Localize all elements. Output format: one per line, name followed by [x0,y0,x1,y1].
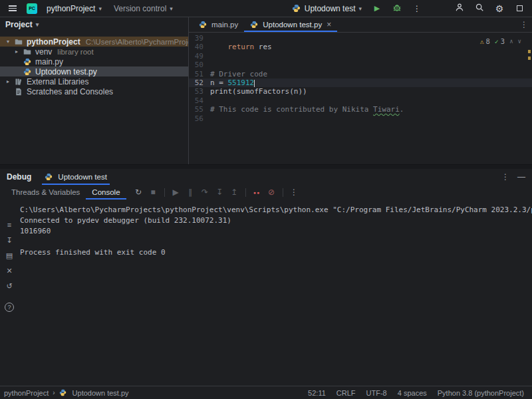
caret-position[interactable]: 52:11 [308,389,326,397]
debug-tool-window: Debug Uptodown test ⋮ — Threads & Variab… [0,169,532,386]
breadcrumb-file[interactable]: Uptodown test.py [72,389,129,397]
tree-item-venv[interactable]: ▸venvlibrary root [0,47,188,57]
tab-options-button[interactable]: ⋮ [520,20,528,29]
debug-button[interactable] [390,2,404,15]
line-separator[interactable]: CRLF [336,389,356,397]
tab-threads-variables[interactable]: Threads & Variables [5,185,86,200]
error-stripe-mark[interactable] [528,57,531,60]
project-tree: ▾pythonProjectC:\Users\Alberto\PycharmPr… [0,37,188,96]
tree-item-uptodown-test-py[interactable]: Uptodown test.py [0,66,188,76]
inspections-widget[interactable]: ⚠ 8 ✓ 3 ∧ ∨ [479,37,521,46]
maximize-icon [517,5,523,11]
print-icon[interactable]: ▤ [3,250,15,261]
code-line[interactable]: 54 [189,96,532,105]
tree-item-scratches-and-consoles[interactable]: Scratches and Consoles [0,86,188,96]
code-line[interactable]: 55# This code is contributed by Nikita T… [189,105,532,114]
chevron-down-icon: ▾ [36,21,39,28]
chevron-right-icon[interactable]: ▸ [4,78,12,84]
breadcrumb-project[interactable]: pythonProject [4,389,49,397]
code-line[interactable]: 49 [189,52,532,61]
step-out-icon[interactable]: ↥ [227,186,241,198]
project-panel-header[interactable]: Project ▾ [0,17,188,32]
settings-button[interactable]: ⚙ [492,2,507,15]
line-number: 52 [189,78,210,87]
mute-breakpoints-icon[interactable]: ⊘ [265,186,279,198]
code-text [210,114,532,123]
more-vertical-icon: ⋮ [501,172,509,182]
profile-button[interactable] [452,2,467,15]
code-token: n = [210,78,228,87]
chevron-right-icon[interactable]: ▸ [13,49,21,55]
code-token: # This code is contributed by Nikita [210,105,373,114]
code-line[interactable]: 53print(sumofFactors(n)) [189,87,532,96]
debug-title: Debug [7,172,31,182]
step-into-icon[interactable]: ↧ [213,186,227,198]
tree-item-pythonproject[interactable]: ▾pythonProjectC:\Users\Alberto\PycharmPr… [0,37,188,47]
pause-icon[interactable]: ∥ [184,186,198,198]
tree-item-hint: C:\Users\Alberto\PycharmProjects\pythonP… [86,38,188,46]
code-editor[interactable]: 3940 return res495051# Driver code52n = … [189,33,532,164]
tree-item-external-libraries[interactable]: ▸External Libraries [0,76,188,86]
run-config-selector[interactable]: Uptodown test ▾ [289,2,364,15]
console-line: 1016960 [20,226,532,237]
passed-count: 3 [501,37,505,46]
editor-tab-label: Uptodown test.py [263,21,322,29]
tree-item-label: External Libraries [27,77,88,86]
error-stripe-mark[interactable] [528,50,531,53]
console-toolbar: ≡↧▤✕↺? [0,200,19,386]
chevron-down-icon: ▾ [358,5,362,12]
vcs-selector[interactable]: Version control ▾ [111,2,176,15]
code-line[interactable]: 56 [189,114,532,123]
line-number: 39 [189,34,210,43]
close-icon[interactable]: × [327,20,331,29]
horizontal-splitter[interactable] [0,164,532,169]
search-button[interactable] [472,2,487,15]
project-selector[interactable]: pythonProject ▾ [44,2,104,15]
stop-icon[interactable]: ■ [146,186,160,198]
main-menu-button[interactable] [5,2,20,15]
more-icon[interactable]: ⋮ [287,186,301,198]
warnings-indicator: ⚠ 8 [479,37,489,46]
chevron-down-icon: ▾ [170,5,173,12]
help-icon[interactable]: ? [5,303,14,312]
scroll-to-end-icon[interactable]: ↧ [3,235,15,245]
debug-body: ≡↧▤✕↺? C:\Users\Alberto\PycharmProjects\… [0,200,532,386]
more-actions-button[interactable]: ⋮ [410,2,424,15]
prev-problem-button[interactable]: ∧ [509,37,513,46]
run-button[interactable]: ▶ [370,2,384,15]
line-number: 56 [189,114,210,123]
next-problem-button[interactable]: ∨ [518,37,521,46]
tree-item-label: venv [35,47,52,57]
file-encoding[interactable]: UTF-8 [366,389,387,397]
rerun-icon[interactable]: ↻ [132,186,146,198]
step-over-icon[interactable]: ↷ [198,186,212,198]
editor-tab-uptodown-test-py[interactable]: Uptodown test.py × [244,17,337,32]
indent-style[interactable]: 4 spaces [398,389,427,397]
scratches-icon [15,87,24,96]
editor-tab-main-py[interactable]: main.py [193,17,244,32]
hide-tool-window-button[interactable]: — [517,172,525,182]
debug-session-tab[interactable]: Uptodown test [42,169,110,185]
interpreter[interactable]: Python 3.8 (pythonProject) [438,389,524,397]
maximize-button[interactable] [512,2,527,15]
restore-layout-icon[interactable]: ↺ [3,281,15,291]
tree-item-main-py[interactable]: main.py [0,57,188,66]
resume-icon[interactable]: ▶ [169,186,183,198]
tool-window-options-button[interactable]: ⋮ [501,172,509,182]
bug-icon [392,3,402,14]
clear-all-icon[interactable]: ✕ [3,265,15,276]
console-output[interactable]: C:\Users\Alberto\PycharmProjects\pythonP… [19,200,532,386]
code-line[interactable]: 51# Driver code [189,70,532,78]
line-number: 55 [189,105,210,114]
line-number: 53 [189,87,210,96]
view-breakpoints-icon[interactable]: ●● [250,186,264,198]
code-line[interactable]: 50 [189,61,532,69]
soft-wrap-icon[interactable]: ≡ [3,219,15,230]
editor-lines: 3940 return res495051# Driver code52n = … [189,34,532,123]
code-line[interactable]: 52n = 551912 [189,78,532,87]
chevron-down-icon[interactable]: ▾ [4,39,12,45]
line-number: 51 [189,70,210,78]
tab-console[interactable]: Console [86,185,126,200]
debug-session-label: Uptodown test [58,173,107,181]
tree-item-label: Scratches and Consoles [27,87,113,96]
